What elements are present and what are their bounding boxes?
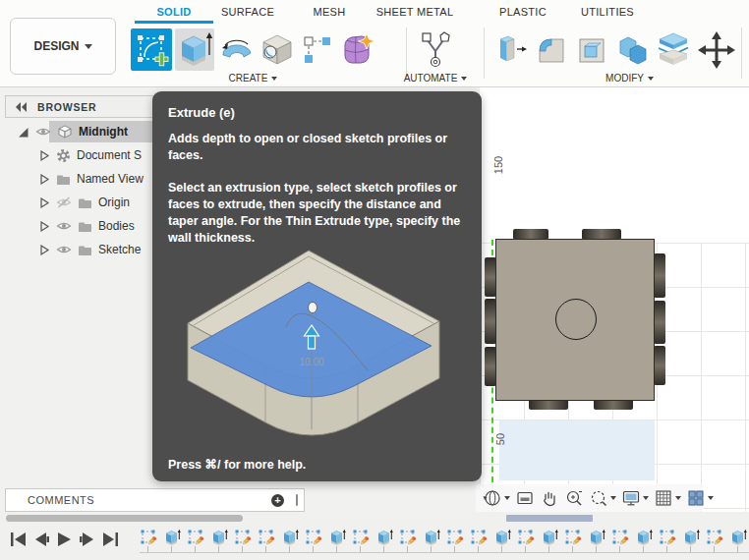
timeline-extrude-icon[interactable] <box>729 529 747 546</box>
timeline-sketch-icon[interactable] <box>399 529 417 546</box>
pan-hand-icon <box>540 488 559 508</box>
timeline-sketch-icon[interactable] <box>517 529 535 546</box>
caret-down-icon <box>708 496 714 500</box>
part-circle-edge[interactable] <box>555 299 597 340</box>
timeline-extrude-icon[interactable] <box>635 529 653 546</box>
combine-button[interactable] <box>614 31 651 68</box>
timeline-features <box>140 529 749 548</box>
timeline-sketch-icon[interactable] <box>470 529 488 546</box>
tab-sheet-metal[interactable]: SHEET METAL <box>366 4 464 20</box>
move-copy-button[interactable] <box>696 29 737 71</box>
disclosure-expanded-icon[interactable] <box>17 126 29 139</box>
automate-group-dropdown[interactable]: AUTOMATE <box>391 72 480 85</box>
tooltip-title: Extrude (e) <box>168 105 466 120</box>
timeline-sketch-icon[interactable] <box>706 529 723 546</box>
extrude-dimension-value: 10.00 <box>299 357 323 367</box>
design-button-label: DESIGN <box>33 39 79 53</box>
shell-button[interactable] <box>573 31 609 68</box>
active-tab-underline <box>135 21 213 24</box>
timeline-extrude-icon[interactable] <box>588 529 605 546</box>
pattern-button[interactable] <box>299 31 335 68</box>
skip-to-end-button[interactable] <box>102 532 119 547</box>
timeline-sketch-icon[interactable] <box>140 529 157 546</box>
look-at-button[interactable] <box>513 488 537 508</box>
timeline-sketch-icon[interactable] <box>187 529 204 546</box>
viewports-button[interactable] <box>684 488 716 508</box>
design-workspace-button[interactable]: DESIGN <box>10 18 116 75</box>
comments-bar[interactable]: COMMENTS + <box>5 488 305 512</box>
play-button[interactable] <box>57 532 72 547</box>
eye-icon[interactable] <box>35 126 51 138</box>
press-pull-button[interactable] <box>491 31 528 68</box>
disclosure-collapsed-icon[interactable] <box>38 149 50 162</box>
timeline-extrude-icon[interactable] <box>210 529 228 546</box>
skip-to-start-button[interactable] <box>10 532 27 547</box>
part-boss[interactable] <box>654 346 665 385</box>
timeline-baseline <box>140 552 749 553</box>
timeline-sketch-icon[interactable] <box>352 529 370 546</box>
extrude-preview-image: 10.00 <box>166 241 471 452</box>
browser-item-label: Sketche <box>98 243 141 256</box>
panel-resize-handle[interactable] <box>296 494 298 506</box>
automate-button[interactable] <box>414 29 457 71</box>
tab-surface[interactable]: SURFACE <box>208 4 287 20</box>
timeline-extrude-icon[interactable] <box>281 529 299 546</box>
collapse-panel-icon[interactable] <box>15 101 29 113</box>
zoom-button[interactable] <box>562 488 586 508</box>
timeline-extrude-icon[interactable] <box>682 529 700 546</box>
timeline-sketch-icon[interactable] <box>234 529 252 546</box>
tab-utilities[interactable]: UTILITIES <box>563 4 652 20</box>
step-back-button[interactable] <box>33 532 50 547</box>
create-form-button[interactable] <box>338 31 376 70</box>
tab-mesh[interactable]: MESH <box>290 4 369 20</box>
timeline-sketch-icon[interactable] <box>258 529 275 546</box>
disclosure-collapsed-icon[interactable] <box>38 173 50 186</box>
timeline-sketch-icon[interactable] <box>305 529 322 546</box>
orbit-button[interactable] <box>481 488 512 508</box>
fusion-360-window: DESIGN SOLID SURFACE MESH SHEET METAL PL… <box>0 0 749 560</box>
split-body-button[interactable] <box>655 30 692 68</box>
eye-icon[interactable] <box>56 244 72 255</box>
modify-group-dropdown[interactable]: MODIFY <box>588 72 671 85</box>
eye-icon[interactable] <box>56 220 72 232</box>
zoom-icon <box>564 488 584 508</box>
timeline-extrude-icon[interactable] <box>163 529 181 546</box>
part-body[interactable] <box>495 239 655 401</box>
step-forward-button[interactable] <box>79 532 95 547</box>
timeline-sketch-icon[interactable] <box>564 529 582 546</box>
toolbar-divider <box>741 28 742 79</box>
folder-icon <box>78 196 92 209</box>
timeline-extrude-icon[interactable] <box>423 529 440 546</box>
disclosure-collapsed-icon[interactable] <box>38 220 50 233</box>
part-boss[interactable] <box>654 253 665 298</box>
fillet-button[interactable] <box>532 31 568 68</box>
disclosure-collapsed-icon[interactable] <box>38 244 50 256</box>
timeline-extrude-icon[interactable] <box>493 529 511 546</box>
folder-icon <box>78 244 92 256</box>
timeline-extrude-icon[interactable] <box>375 529 393 546</box>
tab-plastic[interactable]: PLASTIC <box>479 4 567 20</box>
zoom-window-button[interactable] <box>587 488 618 508</box>
timeline-sketch-icon[interactable] <box>659 529 676 546</box>
modify-group-label: MODIFY <box>605 72 644 85</box>
tab-solid[interactable]: SOLID <box>135 4 213 20</box>
hole-button[interactable] <box>259 31 295 68</box>
browser-scrollbar-thumb[interactable] <box>6 515 243 522</box>
timeline-scrollbar-thumb[interactable] <box>506 515 593 522</box>
extrude-button[interactable] <box>175 28 214 71</box>
create-sketch-button[interactable] <box>131 28 172 71</box>
pan-button[interactable] <box>538 488 561 508</box>
display-settings-button[interactable] <box>619 488 651 508</box>
timeline-extrude-icon[interactable] <box>328 529 346 546</box>
eye-off-icon[interactable] <box>56 196 72 208</box>
timeline-extrude-icon[interactable] <box>541 529 558 546</box>
create-group-dropdown[interactable]: CREATE <box>211 72 295 85</box>
part-boss[interactable] <box>654 301 665 344</box>
zoom-window-icon <box>589 488 608 508</box>
disclosure-collapsed-icon[interactable] <box>38 196 50 209</box>
add-comment-icon[interactable]: + <box>271 494 284 507</box>
revolve-button[interactable] <box>218 31 255 68</box>
timeline-sketch-icon[interactable] <box>446 529 464 546</box>
grid-settings-button[interactable] <box>652 488 683 508</box>
timeline-sketch-icon[interactable] <box>611 529 629 546</box>
